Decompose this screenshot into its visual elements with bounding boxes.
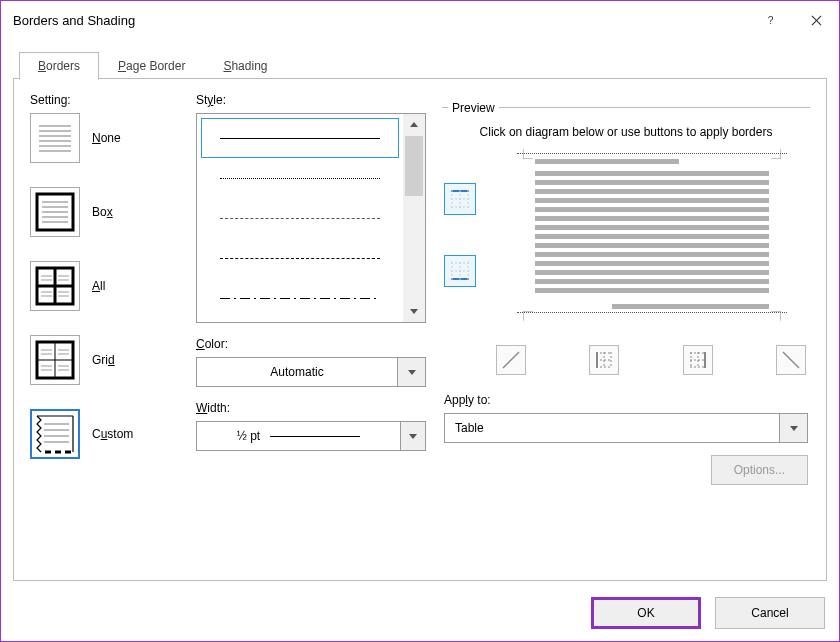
cancel-button[interactable]: Cancel: [715, 597, 825, 629]
preview-label: Preview: [448, 101, 499, 115]
titlebar: Borders and Shading ?: [1, 1, 839, 39]
border-left-icon: [594, 350, 614, 370]
style-dotted[interactable]: [201, 158, 399, 198]
border-top-button[interactable]: [444, 183, 476, 215]
setting-none-thumb: [30, 113, 80, 163]
color-dropdown[interactable]: Automatic: [196, 357, 426, 387]
apply-to-value: Table: [445, 414, 779, 442]
window-title: Borders and Shading: [13, 13, 135, 28]
width-value: ½ pt: [237, 429, 260, 443]
svg-text:?: ?: [767, 15, 773, 26]
border-bottom-button[interactable]: [444, 255, 476, 287]
style-solid[interactable]: [201, 118, 399, 158]
border-left-button[interactable]: [589, 345, 619, 375]
style-dashdot[interactable]: [201, 278, 399, 318]
border-right-button[interactable]: [683, 345, 713, 375]
svg-line-58: [503, 352, 519, 368]
svg-line-71: [783, 352, 799, 368]
cancel-button-label: Cancel: [751, 606, 788, 620]
color-dropdown-button[interactable]: [397, 358, 425, 386]
width-dropdown-button[interactable]: [400, 422, 425, 450]
setting-none[interactable]: None: [30, 113, 180, 163]
apply-to-dropdown[interactable]: Table: [444, 413, 808, 443]
border-top-icon: [449, 188, 471, 210]
tab-panel: Setting: None Box: [13, 79, 827, 581]
border-right-icon: [688, 350, 708, 370]
tab-page-border[interactable]: Page Border: [99, 52, 204, 80]
color-value: Automatic: [197, 365, 397, 379]
style-dashed[interactable]: [201, 238, 399, 278]
setting-label: Setting:: [30, 93, 180, 107]
close-icon: [811, 15, 822, 26]
setting-grid[interactable]: Grid: [30, 335, 180, 385]
ok-button[interactable]: OK: [591, 597, 701, 629]
style-listbox[interactable]: [196, 113, 426, 323]
setting-all-thumb: [30, 261, 80, 311]
dialog-footer: OK Cancel: [1, 593, 839, 641]
setting-custom-thumb: [30, 409, 80, 459]
dialog-window: Borders and Shading ? Borders Page Borde…: [0, 0, 840, 642]
border-bottom-icon: [449, 260, 471, 282]
preview-hint: Click on diagram below or use buttons to…: [444, 118, 808, 153]
tab-shading[interactable]: Shading: [204, 52, 286, 80]
options-button[interactable]: Options...: [711, 455, 808, 485]
setting-box-thumb: [30, 187, 80, 237]
tab-borders[interactable]: Borders: [19, 52, 99, 80]
border-diag-up-button[interactable]: [776, 345, 806, 375]
style-scrollbar[interactable]: [403, 114, 425, 322]
diag-down-icon: [501, 350, 521, 370]
ok-button-label: OK: [637, 606, 654, 620]
width-dropdown[interactable]: ½ pt: [196, 421, 426, 451]
setting-grid-thumb: [30, 335, 80, 385]
preview-diagram[interactable]: [517, 159, 787, 309]
border-diag-down-button[interactable]: [496, 345, 526, 375]
help-button[interactable]: ?: [747, 1, 793, 39]
setting-all[interactable]: All: [30, 261, 180, 311]
apply-to-dropdown-button[interactable]: [779, 414, 807, 442]
style-dashed-small[interactable]: [201, 198, 399, 238]
setting-box[interactable]: Box: [30, 187, 180, 237]
tab-strip: Borders Page Border Shading: [13, 49, 827, 79]
diag-up-icon: [781, 350, 801, 370]
setting-custom[interactable]: Custom: [30, 409, 180, 459]
close-button[interactable]: [793, 1, 839, 39]
help-icon: ?: [765, 15, 776, 26]
